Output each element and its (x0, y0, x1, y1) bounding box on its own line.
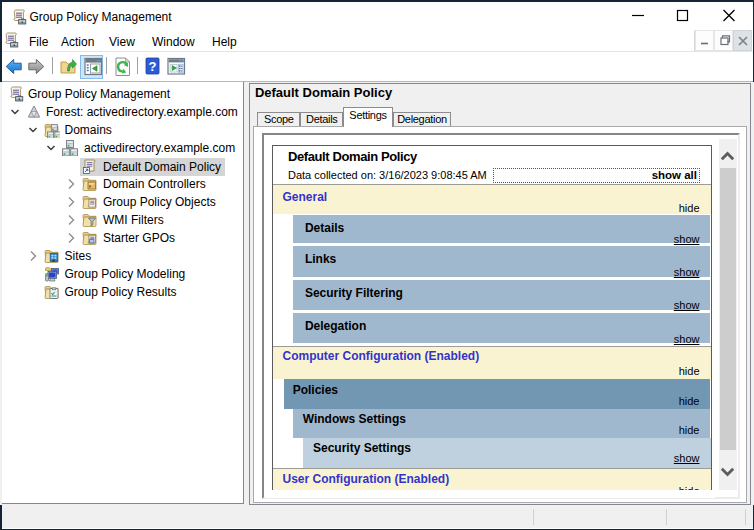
svg-text:?: ? (149, 59, 157, 74)
